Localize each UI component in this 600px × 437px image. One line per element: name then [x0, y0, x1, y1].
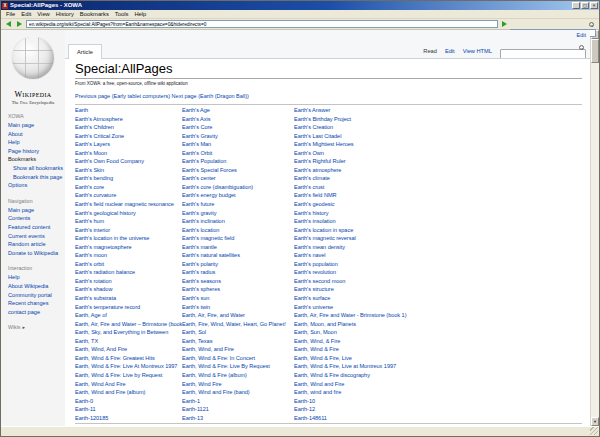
allpages-link[interactable]: Earth's core	[75, 183, 182, 192]
allpages-link[interactable]: Earth, Wind & Fire: Live by Request	[75, 371, 182, 380]
allpages-link[interactable]: Earth, Wind And Fire	[75, 380, 182, 389]
sidebar-bookmark-link[interactable]: Bookmark this page	[13, 173, 65, 182]
allpages-link[interactable]: Earth, Wind Fire	[182, 380, 294, 389]
search-icon[interactable]	[589, 22, 594, 27]
allpages-link[interactable]: Earth, Wind and Fire (album)	[75, 388, 182, 397]
allpages-link[interactable]: Earth's bending	[75, 174, 182, 183]
scrollbar-thumb[interactable]	[591, 39, 599, 63]
allpages-link[interactable]: Earth, TX	[75, 337, 182, 346]
sidebar-section-wikis[interactable]: Wikis ▸	[8, 324, 65, 330]
sidebar-link[interactable]: Page history	[8, 147, 65, 156]
allpages-link[interactable]: Earth's field NMR	[294, 191, 582, 200]
allpages-link[interactable]: Earth's natural satellites	[182, 251, 294, 260]
allpages-link[interactable]: Earth's shadow	[75, 285, 182, 294]
allpages-link[interactable]: Earth's location in the universe	[75, 234, 182, 243]
allpages-link[interactable]: Earth's Special Forces	[182, 166, 294, 175]
allpages-link[interactable]: Earth's rotation	[75, 277, 182, 286]
allpages-link[interactable]: Earth, Wind & Fire, Live	[294, 354, 582, 363]
allpages-link[interactable]: Earth-1121	[182, 405, 294, 414]
allpages-link[interactable]: Earth's Core	[182, 123, 294, 132]
forward-button[interactable]	[15, 20, 24, 29]
allpages-link[interactable]: Earth's Rightful Ruler	[294, 157, 582, 166]
allpages-link[interactable]: Earth, Wind & Fire: Live At Montreux 199…	[75, 362, 182, 371]
allpages-link[interactable]: Earth's curvature	[75, 191, 182, 200]
allpages-link[interactable]: Earth's structure	[294, 285, 582, 294]
allpages-link[interactable]: Earth, Air, Fire and Water – Brimstone (…	[75, 320, 182, 329]
menu-item[interactable]: Tools	[112, 10, 132, 19]
allpages-link[interactable]: Earth's polarity	[182, 260, 294, 269]
minimize-button[interactable]: _	[572, 2, 580, 9]
menu-item[interactable]: Edit	[18, 10, 34, 19]
allpages-link[interactable]: Earth, Sky, and Everything in Between	[75, 328, 182, 337]
allpages-link[interactable]: Earth-10	[294, 397, 582, 406]
allpages-link[interactable]: Earth, Wind and Fire	[294, 380, 582, 389]
allpages-link[interactable]: Earth's Axis	[182, 115, 294, 124]
tab-edit[interactable]: Edit	[441, 48, 459, 54]
address-input[interactable]	[26, 20, 498, 28]
allpages-link[interactable]: Earth-148611	[294, 414, 582, 423]
allpages-link[interactable]: Earth's radius	[182, 268, 294, 277]
menu-item[interactable]: View	[34, 10, 52, 19]
allpages-link[interactable]: Earth's Orbit	[182, 149, 294, 158]
scrollbar-down-icon[interactable]: ▼	[591, 417, 599, 426]
allpages-link[interactable]: Earth's interior	[75, 226, 182, 235]
allpages-link[interactable]: Earth's Age	[182, 106, 294, 115]
allpages-link[interactable]: Earth's Mightiest Heroes	[294, 140, 582, 149]
sidebar-link[interactable]: Donate to Wikipedia	[8, 249, 65, 258]
allpages-link[interactable]: Earth's climate	[294, 174, 582, 183]
allpages-link[interactable]: Earth, Wind & Fire discography	[294, 371, 582, 380]
allpages-link[interactable]: Earth's Children	[75, 123, 182, 132]
next-page-link[interactable]: Next page (Earth (Dragon Ball))	[172, 93, 249, 99]
allpages-link[interactable]: Earth's navel	[294, 251, 582, 260]
allpages-link[interactable]: Earth's radiation balance	[75, 268, 182, 277]
allpages-link[interactable]: Earth's history	[294, 209, 582, 218]
page-edit-link[interactable]: Edit	[577, 32, 586, 38]
tab-read[interactable]: Read	[419, 48, 441, 54]
allpages-link[interactable]: Earth's insolation	[294, 217, 582, 226]
allpages-link[interactable]: Earth's field nuclear magnetic resonance	[75, 200, 182, 209]
allpages-link[interactable]: Earth's population	[294, 260, 582, 269]
allpages-link[interactable]: Earth's Own Food Company	[75, 157, 182, 166]
tab-view-html[interactable]: View HTML	[459, 48, 496, 54]
allpages-link[interactable]: Earth's Answer	[294, 106, 582, 115]
sidebar-link[interactable]: Current events	[8, 232, 65, 241]
allpages-link[interactable]: Earth, Wind & Fire (album)	[182, 371, 294, 380]
sidebar-link[interactable]: Options	[8, 181, 65, 190]
allpages-link[interactable]: Earth-11	[75, 405, 182, 414]
tab-article[interactable]: Article	[68, 44, 102, 59]
allpages-link[interactable]: Earth, Wind & Fire: In Concert	[182, 354, 294, 363]
allpages-link[interactable]: Earth's revolution	[294, 268, 582, 277]
close-button[interactable]: ×	[590, 2, 598, 9]
allpages-link[interactable]: Earth's moon	[75, 251, 182, 260]
allpages-link[interactable]: Earth's inclination	[182, 217, 294, 226]
allpages-link[interactable]: Earth's seasons	[182, 277, 294, 286]
allpages-link[interactable]: Earth, Wind, And Fire	[75, 345, 182, 354]
allpages-link[interactable]: Earth's Own	[294, 149, 582, 158]
sidebar-link[interactable]: Main page	[8, 206, 65, 215]
sidebar-link[interactable]: Featured content	[8, 223, 65, 232]
allpages-link[interactable]: Earth's surface	[294, 294, 582, 303]
allpages-link[interactable]: Earth-120185	[75, 414, 182, 423]
menu-item[interactable]: Help	[131, 10, 149, 19]
maximize-button[interactable]: □	[581, 2, 589, 9]
allpages-link[interactable]: Earth's core (disambiguation)	[182, 183, 294, 192]
allpages-link[interactable]: Earth, Sun, Moon	[294, 328, 582, 337]
page-search-icon[interactable]	[579, 45, 584, 50]
allpages-link[interactable]: Earth, Wind, & Fire	[294, 337, 582, 346]
allpages-link[interactable]: Earth, Wind & Fire	[294, 345, 582, 354]
scrollbar-track[interactable]	[591, 63, 599, 417]
allpages-link[interactable]: Earth's center	[182, 174, 294, 183]
sidebar-link[interactable]: contact page	[8, 308, 65, 317]
allpages-link[interactable]: Earth's atmosphere	[294, 166, 582, 175]
sidebar-link[interactable]: Random article	[8, 240, 65, 249]
sidebar-link[interactable]: About	[8, 130, 65, 139]
allpages-link[interactable]: Earth's crust	[294, 183, 582, 192]
allpages-link[interactable]: Earth's Skin	[75, 166, 182, 175]
previous-page-link[interactable]: Previous page (Early tablet computers)	[75, 93, 170, 99]
allpages-link[interactable]: Earth's Layers	[75, 140, 182, 149]
sidebar-link[interactable]: Community portal	[8, 291, 65, 300]
allpages-link[interactable]: Earth, Wind & Fire: Live By Request	[182, 362, 294, 371]
allpages-link[interactable]: Earth, Moon, and Planets	[294, 320, 582, 329]
allpages-link[interactable]: Earth's energy budget	[182, 191, 294, 200]
go-button[interactable]	[500, 20, 508, 28]
